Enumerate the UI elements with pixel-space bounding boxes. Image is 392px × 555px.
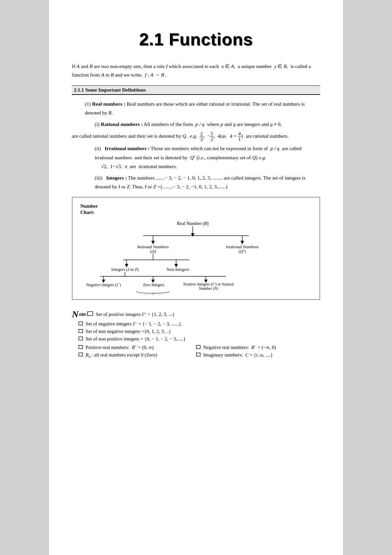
note-row-4: Set of non positive integers = {0, − 1, … — [72, 336, 320, 342]
chart-title: Number — [80, 203, 312, 209]
svg-text:Zero Integers: Zero Integers — [143, 283, 164, 287]
integers-block: (iii) Integers : The numbers .......− 3,… — [72, 173, 320, 191]
note-two-col-right-1: Negative real numbers: R− = (−∞, 0) — [203, 344, 276, 350]
svg-text:Real Number (R): Real Number (R) — [177, 221, 209, 226]
note-bullet-1 — [87, 311, 93, 316]
svg-text:Non-Integers: Non-Integers — [167, 267, 189, 272]
note-two-col-left-1: Positive real numbers: R+ = (0, ∞) — [86, 344, 154, 350]
note-col-right-1: Negative real numbers: R− = (−∞, 0) — [196, 344, 320, 350]
note-bullet-3 — [78, 329, 83, 333]
svg-text:(Q): (Q) — [150, 249, 156, 254]
note-row-2: Set of negative integers I⁻ = {− 1, − 2,… — [72, 321, 320, 327]
note-bullet-6 — [196, 345, 201, 349]
frac-4-1: 41 — [238, 131, 241, 142]
svg-text:Negative Integers (I−): Negative Integers (I−) — [86, 282, 121, 287]
note-bullet-7 — [78, 353, 83, 356]
real-numbers-label: Real numbers : — [92, 101, 125, 107]
irrational-label: Irrational numbers : — [105, 146, 150, 151]
irrational-block: (ii) Irrational numbers : Those are numb… — [72, 144, 320, 171]
page-title: 2.1 Functions — [72, 29, 320, 49]
note-col-left-1: Positive real numbers: R+ = (0, ∞) — [72, 344, 196, 350]
note-col-left-2: R0 : all real numbers except 0 (Zero) — [72, 352, 196, 358]
note-two-col-right-2: Imaginary numbers: C = {i, ω, ....} — [203, 352, 273, 358]
note-item-2: Set of negative integers I⁻ = {− 1, − 2,… — [86, 321, 182, 327]
integers-label: Integers : — [106, 175, 127, 181]
page: 2.1 Functions If A and B are two non-emp… — [49, 0, 343, 555]
note-two-col-1: Positive real numbers: R+ = (0, ∞) Negat… — [72, 344, 320, 350]
real-numbers-block: (1) Real numbers : Real numbers are thos… — [72, 99, 320, 117]
chart-diagram: Real Number (R) Rational Numbers (Q) Irr… — [80, 218, 312, 295]
svg-text:Rational Numbers: Rational Numbers — [138, 244, 169, 249]
svg-text:Positive Integers (I+) or Natu: Positive Integers (I+) or Natural — [183, 282, 234, 287]
intro-paragraph: If A and B are two non-empty sets, then … — [72, 62, 320, 79]
number-chart: Number Chart: Real Number (R) Rational N… — [72, 197, 320, 300]
note-title-letter: N — [72, 309, 78, 320]
note-title-rest: ote — [79, 311, 86, 318]
note-item-3: Set of non negative integers ={0, 1, 2, … — [86, 329, 171, 334]
note-bullet-8 — [196, 353, 201, 356]
rational-body: All numbers of the form p / q where p an… — [143, 121, 282, 127]
svg-text:Whole Numbers: Whole Numbers — [140, 294, 166, 295]
svg-text:Number (N): Number (N) — [199, 286, 218, 291]
note-two-col-left-2: R0 : all real numbers except 0 (Zero) — [86, 352, 157, 358]
note-item-1: Set of positive integers I⁺ = {1, 2, 3, … — [96, 311, 174, 317]
note-col-right-2: Imaginary numbers: C = {i, ω, ....} — [196, 352, 320, 358]
rational-examples: are called rational numbers and their se… — [72, 131, 320, 142]
frac-5-2: 52 — [210, 131, 214, 142]
note-bullet-5 — [78, 345, 83, 349]
frac-2-3: 23 — [200, 131, 203, 142]
section-heading: 2.1.1 Some Important Definitions — [72, 85, 320, 95]
note-two-col-2: R0 : all real numbers except 0 (Zero) Im… — [72, 352, 320, 358]
svg-text:Irrational Numbers: Irrational Numbers — [226, 244, 258, 249]
note-row-3: Set of non negative integers ={0, 1, 2, … — [72, 329, 320, 334]
note-bullet-2 — [78, 321, 83, 325]
note-bullet-4 — [78, 337, 83, 340]
chart-subtitle: Chart: — [80, 210, 312, 215]
rational-block: (i) Rational numbers : All numbers of th… — [72, 120, 320, 129]
note-section: Note : Set of positive integers I⁺ = {1,… — [72, 308, 320, 358]
svg-text:Integers (I or Z): Integers (I or Z) — [111, 267, 139, 272]
rational-label: Rational numbers : — [101, 121, 143, 127]
note-item-4: Set of non positive integers = {0, − 1, … — [86, 336, 186, 342]
svg-text:(Qc): (Qc) — [238, 248, 246, 254]
